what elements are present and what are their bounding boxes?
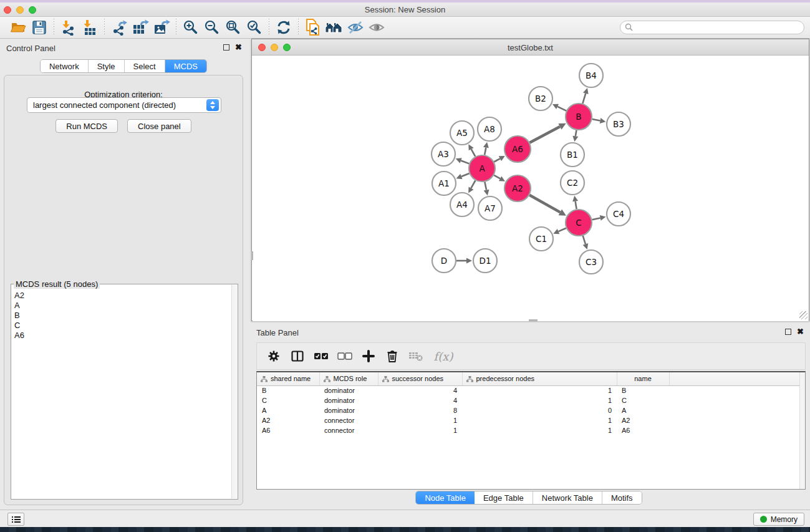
graph-edge[interactable]: [461, 160, 469, 163]
table-row[interactable]: Bdominator41B: [257, 385, 805, 395]
export-image-icon[interactable]: [151, 18, 172, 37]
graph-node-D1[interactable]: D1: [473, 249, 497, 273]
open-folder-icon[interactable]: [7, 18, 29, 37]
tab-mcds[interactable]: MCDS: [165, 60, 206, 72]
graph-node-B2[interactable]: B2: [529, 87, 552, 110]
graph-edge[interactable]: [559, 228, 566, 231]
graph-edge[interactable]: [494, 175, 500, 179]
delete-column-icon[interactable]: [382, 346, 403, 367]
graph-node-A1[interactable]: A1: [432, 172, 456, 195]
window-resize-grip[interactable]: [799, 311, 808, 319]
graph-edge[interactable]: [529, 195, 560, 213]
graph-node-A4[interactable]: A4: [450, 193, 474, 216]
table-close-panel-icon[interactable]: ✖: [797, 329, 804, 335]
graph-node-A2[interactable]: A2: [504, 175, 531, 201]
table-row[interactable]: Adominator80A: [257, 405, 805, 415]
graph-node-C4[interactable]: C4: [607, 202, 630, 226]
tab-style[interactable]: Style: [89, 60, 125, 72]
network-graph[interactable]: B4B2BB3A8A5A6A3B1AC2A1A2A4A7C4CC1DD1C3: [253, 56, 809, 321]
graph-edge[interactable]: [576, 130, 577, 137]
network-canvas[interactable]: B4B2BB3A8A5A6A3B1AC2A1A2A4A7C4CC1DD1C3: [253, 56, 809, 321]
hide-selected-eye-icon[interactable]: [345, 18, 366, 37]
tab-edge-table[interactable]: Edge Table: [475, 491, 533, 504]
run-mcds-button[interactable]: Run MCDS: [55, 119, 118, 133]
table-row[interactable]: A6connector11A6: [257, 425, 805, 435]
deselect-all-icon[interactable]: [334, 346, 355, 367]
graph-edge[interactable]: [471, 149, 476, 157]
table-row[interactable]: Cdominator41C: [257, 395, 805, 405]
graph-edge[interactable]: [557, 107, 566, 111]
mcds-result-item[interactable]: B: [14, 311, 231, 321]
select-all-icon[interactable]: [311, 346, 332, 367]
export-network-icon[interactable]: [108, 18, 130, 37]
graph-node-A8[interactable]: A8: [478, 117, 501, 141]
graph-node-B4[interactable]: B4: [579, 64, 603, 87]
graph-edge[interactable]: [485, 147, 486, 155]
zoom-fit-icon[interactable]: [223, 18, 244, 37]
graph-node-B3[interactable]: B3: [607, 112, 630, 136]
graph-node-D[interactable]: D: [432, 249, 456, 273]
zoom-out-icon[interactable]: [201, 18, 223, 37]
memory-button[interactable]: Memory: [753, 513, 804, 526]
graph-node-C2[interactable]: C2: [561, 171, 584, 195]
columns-icon[interactable]: [287, 346, 308, 367]
task-history-button[interactable]: [7, 513, 24, 526]
table-row[interactable]: A2connector11A2: [257, 415, 805, 425]
mcds-result-item[interactable]: A2: [14, 291, 231, 301]
graph-node-B1[interactable]: B1: [561, 143, 584, 167]
column-header[interactable]: name: [617, 372, 669, 385]
graph-node-B[interactable]: B: [566, 104, 592, 130]
column-header[interactable]: MCDS role: [319, 372, 378, 385]
graph-edge[interactable]: [592, 119, 600, 120]
close-panel-button[interactable]: Close panel: [127, 119, 191, 133]
graph-edge[interactable]: [494, 158, 500, 162]
save-icon[interactable]: [29, 18, 50, 37]
tab-motifs[interactable]: Motifs: [602, 491, 642, 504]
graph-edge[interactable]: [461, 173, 470, 177]
export-table-icon[interactable]: [130, 18, 151, 37]
column-header[interactable]: predecessor nodes: [462, 372, 617, 385]
node-table[interactable]: shared nameMCDS rolesuccessor nodesprede…: [256, 371, 806, 490]
graph-edge[interactable]: [576, 201, 577, 210]
search-field[interactable]: [620, 21, 804, 34]
graph-node-C1[interactable]: C1: [529, 227, 553, 251]
zoom-selected-icon[interactable]: [244, 18, 265, 37]
zoom-in-icon[interactable]: [180, 18, 201, 37]
tab-select[interactable]: Select: [125, 60, 165, 72]
mcds-result-scrollbar[interactable]: [231, 285, 237, 498]
optimization-criterion-select[interactable]: largest connected component (directed): [27, 97, 221, 113]
import-network-icon[interactable]: [58, 18, 79, 37]
tab-network[interactable]: Network: [41, 60, 89, 72]
graph-node-A7[interactable]: A7: [478, 196, 502, 220]
new-network-from-selection-icon[interactable]: [302, 18, 324, 37]
search-input[interactable]: [634, 22, 804, 33]
graph-node-A6[interactable]: A6: [504, 136, 531, 162]
graph-edge[interactable]: [529, 127, 560, 143]
graph-edge[interactable]: [471, 180, 475, 188]
close-panel-icon[interactable]: ✖: [235, 44, 242, 51]
mcds-result-item[interactable]: C: [14, 321, 231, 331]
graph-edge[interactable]: [583, 236, 586, 244]
tab-node-table[interactable]: Node Table: [416, 491, 475, 504]
home-views-icon[interactable]: [324, 18, 345, 37]
add-column-icon[interactable]: [358, 346, 379, 367]
graph-node-C3[interactable]: C3: [579, 250, 603, 274]
mcds-result-item[interactable]: A: [14, 301, 231, 311]
mcds-result-item[interactable]: A6: [14, 331, 231, 341]
graph-node-A[interactable]: A: [469, 155, 495, 181]
table-scrollbar[interactable]: [799, 372, 805, 489]
gear-icon[interactable]: [263, 346, 284, 367]
tab-network-table[interactable]: Network Table: [533, 491, 602, 504]
graph-edge[interactable]: [582, 94, 586, 104]
graph-node-C[interactable]: C: [566, 210, 592, 236]
column-header[interactable]: successor nodes: [378, 372, 462, 385]
float-panel-icon[interactable]: [223, 44, 229, 51]
import-table-icon[interactable]: [79, 18, 100, 37]
graph-edge[interactable]: [485, 182, 486, 190]
network-window-titlebar[interactable]: testGlobe.txt: [252, 39, 809, 56]
graph-edge[interactable]: [592, 218, 600, 220]
mcds-result-list[interactable]: A2ABCA6: [12, 291, 231, 498]
table-float-panel-icon[interactable]: [785, 329, 791, 335]
graph-node-A5[interactable]: A5: [450, 121, 474, 145]
refresh-icon[interactable]: [273, 18, 294, 37]
